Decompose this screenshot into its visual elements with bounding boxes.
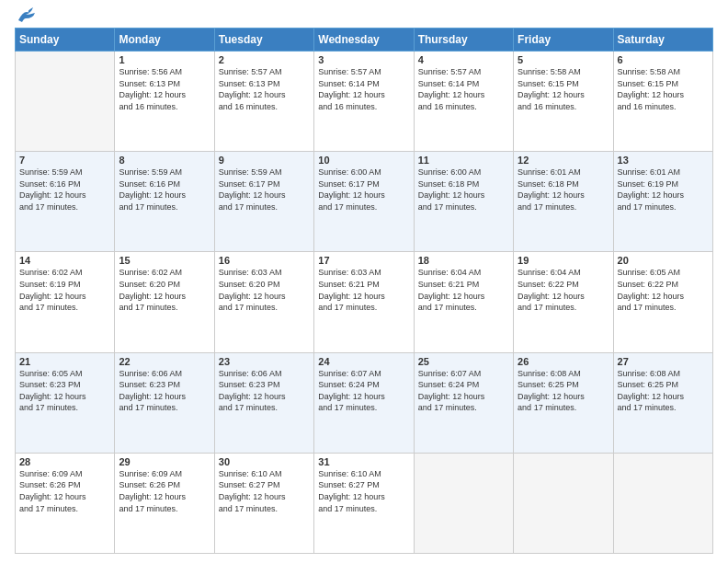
day-number: 20 (618, 255, 709, 266)
day-number: 18 (418, 255, 509, 266)
table-row: 15Sunrise: 6:02 AMSunset: 6:20 PMDayligh… (115, 252, 214, 352)
day-number: 4 (418, 54, 509, 65)
day-number: 30 (219, 456, 310, 467)
table-row: 24Sunrise: 6:07 AMSunset: 6:24 PMDayligh… (314, 352, 414, 453)
table-row: 10Sunrise: 6:00 AMSunset: 6:17 PMDayligh… (314, 152, 414, 252)
day-info: Sunrise: 6:02 AMSunset: 6:19 PMDaylight:… (19, 268, 86, 312)
day-info: Sunrise: 6:07 AMSunset: 6:24 PMDaylight:… (418, 369, 485, 413)
day-info: Sunrise: 5:57 AMSunset: 6:14 PMDaylight:… (418, 67, 485, 111)
table-row: 5Sunrise: 5:58 AMSunset: 6:15 PMDaylight… (514, 52, 613, 152)
day-info: Sunrise: 6:00 AMSunset: 6:17 PMDaylight:… (318, 167, 385, 212)
col-friday: Friday (514, 29, 613, 52)
calendar-week-row: 21Sunrise: 6:05 AMSunset: 6:23 PMDayligh… (16, 352, 713, 453)
table-row: 1Sunrise: 5:56 AMSunset: 6:13 PMDaylight… (115, 52, 214, 152)
day-number: 12 (518, 155, 609, 166)
day-number: 23 (219, 356, 310, 367)
day-info: Sunrise: 6:06 AMSunset: 6:23 PMDaylight:… (119, 369, 186, 413)
table-row: 7Sunrise: 5:59 AMSunset: 6:16 PMDaylight… (16, 152, 115, 252)
day-info: Sunrise: 5:58 AMSunset: 6:15 PMDaylight:… (618, 67, 685, 111)
table-row: 21Sunrise: 6:05 AMSunset: 6:23 PMDayligh… (16, 352, 115, 453)
day-number: 22 (119, 356, 210, 367)
day-info: Sunrise: 5:56 AMSunset: 6:13 PMDaylight:… (119, 67, 186, 111)
day-info: Sunrise: 6:04 AMSunset: 6:21 PMDaylight:… (418, 268, 485, 312)
table-row (514, 453, 613, 553)
day-info: Sunrise: 6:05 AMSunset: 6:22 PMDaylight:… (618, 268, 685, 312)
calendar-table: Sunday Monday Tuesday Wednesday Thursday… (15, 28, 713, 554)
table-row: 13Sunrise: 6:01 AMSunset: 6:19 PMDayligh… (613, 152, 712, 252)
day-info: Sunrise: 5:59 AMSunset: 6:16 PMDaylight:… (19, 167, 86, 212)
table-row: 22Sunrise: 6:06 AMSunset: 6:23 PMDayligh… (115, 352, 214, 453)
day-info: Sunrise: 6:03 AMSunset: 6:21 PMDaylight:… (318, 268, 385, 312)
day-info: Sunrise: 6:08 AMSunset: 6:25 PMDaylight:… (518, 369, 585, 413)
day-number: 16 (219, 255, 310, 266)
calendar-week-row: 28Sunrise: 6:09 AMSunset: 6:26 PMDayligh… (16, 453, 713, 553)
day-number: 3 (318, 54, 409, 65)
day-info: Sunrise: 6:04 AMSunset: 6:22 PMDaylight:… (518, 268, 585, 312)
col-sunday: Sunday (16, 29, 115, 52)
day-info: Sunrise: 5:57 AMSunset: 6:13 PMDaylight:… (219, 67, 286, 111)
col-thursday: Thursday (414, 29, 513, 52)
logo (15, 11, 37, 24)
day-number: 31 (318, 456, 409, 467)
day-number: 9 (219, 155, 310, 166)
day-info: Sunrise: 6:00 AMSunset: 6:18 PMDaylight:… (418, 167, 485, 212)
table-row (414, 453, 513, 553)
day-info: Sunrise: 6:09 AMSunset: 6:26 PMDaylight:… (19, 469, 86, 513)
day-info: Sunrise: 6:09 AMSunset: 6:26 PMDaylight:… (119, 469, 186, 513)
table-row: 27Sunrise: 6:08 AMSunset: 6:25 PMDayligh… (613, 352, 712, 453)
col-tuesday: Tuesday (214, 29, 313, 52)
day-info: Sunrise: 6:01 AMSunset: 6:19 PMDaylight:… (618, 167, 685, 212)
table-row: 17Sunrise: 6:03 AMSunset: 6:21 PMDayligh… (314, 252, 414, 352)
table-row: 31Sunrise: 6:10 AMSunset: 6:27 PMDayligh… (314, 453, 414, 553)
table-row: 23Sunrise: 6:06 AMSunset: 6:23 PMDayligh… (214, 352, 313, 453)
day-info: Sunrise: 6:05 AMSunset: 6:23 PMDaylight:… (19, 369, 86, 413)
day-info: Sunrise: 5:59 AMSunset: 6:17 PMDaylight:… (219, 167, 286, 212)
day-number: 10 (318, 155, 409, 166)
day-number: 15 (119, 255, 210, 266)
day-info: Sunrise: 5:57 AMSunset: 6:14 PMDaylight:… (318, 67, 385, 111)
table-row: 30Sunrise: 6:10 AMSunset: 6:27 PMDayligh… (214, 453, 313, 553)
table-row: 3Sunrise: 5:57 AMSunset: 6:14 PMDaylight… (314, 52, 414, 152)
day-info: Sunrise: 6:10 AMSunset: 6:27 PMDaylight:… (318, 469, 385, 513)
table-row: 25Sunrise: 6:07 AMSunset: 6:24 PMDayligh… (414, 352, 513, 453)
calendar-week-row: 14Sunrise: 6:02 AMSunset: 6:19 PMDayligh… (16, 252, 713, 352)
day-number: 25 (418, 356, 509, 367)
day-info: Sunrise: 6:06 AMSunset: 6:23 PMDaylight:… (219, 369, 286, 413)
day-number: 17 (318, 255, 409, 266)
day-number: 6 (618, 54, 709, 65)
col-monday: Monday (115, 29, 214, 52)
header (15, 11, 713, 24)
table-row: 8Sunrise: 5:59 AMSunset: 6:16 PMDaylight… (115, 152, 214, 252)
table-row: 14Sunrise: 6:02 AMSunset: 6:19 PMDayligh… (16, 252, 115, 352)
day-info: Sunrise: 5:58 AMSunset: 6:15 PMDaylight:… (518, 67, 585, 111)
day-info: Sunrise: 6:10 AMSunset: 6:27 PMDaylight:… (219, 469, 286, 513)
day-number: 29 (119, 456, 210, 467)
table-row: 19Sunrise: 6:04 AMSunset: 6:22 PMDayligh… (514, 252, 613, 352)
table-row: 11Sunrise: 6:00 AMSunset: 6:18 PMDayligh… (414, 152, 513, 252)
table-row (613, 453, 712, 553)
logo-bird-icon (17, 7, 37, 24)
day-number: 21 (19, 356, 110, 367)
table-row: 20Sunrise: 6:05 AMSunset: 6:22 PMDayligh… (613, 252, 712, 352)
day-number: 14 (19, 255, 110, 266)
table-row: 4Sunrise: 5:57 AMSunset: 6:14 PMDaylight… (414, 52, 513, 152)
table-row: 6Sunrise: 5:58 AMSunset: 6:15 PMDaylight… (613, 52, 712, 152)
day-info: Sunrise: 6:01 AMSunset: 6:18 PMDaylight:… (518, 167, 585, 212)
day-number: 1 (119, 54, 210, 65)
col-saturday: Saturday (613, 29, 712, 52)
table-row: 16Sunrise: 6:03 AMSunset: 6:20 PMDayligh… (214, 252, 313, 352)
table-row: 18Sunrise: 6:04 AMSunset: 6:21 PMDayligh… (414, 252, 513, 352)
day-number: 27 (618, 356, 709, 367)
day-number: 13 (618, 155, 709, 166)
day-info: Sunrise: 6:03 AMSunset: 6:20 PMDaylight:… (219, 268, 286, 312)
table-row: 2Sunrise: 5:57 AMSunset: 6:13 PMDaylight… (214, 52, 313, 152)
calendar-week-row: 1Sunrise: 5:56 AMSunset: 6:13 PMDaylight… (16, 52, 713, 152)
table-row: 12Sunrise: 6:01 AMSunset: 6:18 PMDayligh… (514, 152, 613, 252)
calendar-header-row: Sunday Monday Tuesday Wednesday Thursday… (16, 29, 713, 52)
day-number: 5 (518, 54, 609, 65)
table-row: 28Sunrise: 6:09 AMSunset: 6:26 PMDayligh… (16, 453, 115, 553)
day-number: 26 (518, 356, 609, 367)
day-info: Sunrise: 6:07 AMSunset: 6:24 PMDaylight:… (318, 369, 385, 413)
table-row: 9Sunrise: 5:59 AMSunset: 6:17 PMDaylight… (214, 152, 313, 252)
day-number: 11 (418, 155, 509, 166)
